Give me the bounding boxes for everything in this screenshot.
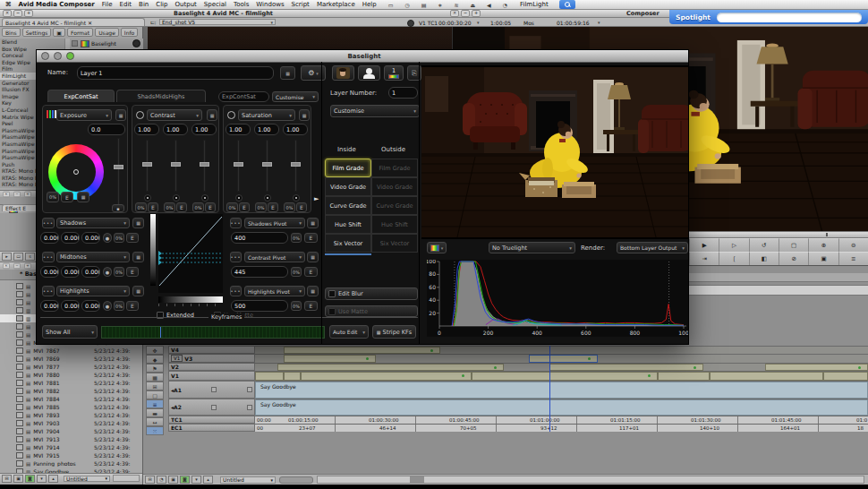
extended-checkbox[interactable]: Extended: [157, 310, 194, 320]
percent-button[interactable]: 0%: [47, 192, 59, 202]
midtones-value-b[interactable]: 0.000: [81, 266, 100, 278]
contrast-menu[interactable]: Contrast: [147, 109, 202, 121]
delete-icon[interactable]: ▦: [307, 286, 319, 296]
keyframe-track[interactable]: [101, 326, 325, 339]
track-header-EC1[interactable]: EC1: [168, 424, 255, 432]
radio-button[interactable]: [173, 194, 180, 202]
ganging-button[interactable]: ●: [103, 233, 112, 243]
close-icon[interactable]: ✕: [450, 10, 459, 17]
layer-name-input[interactable]: Layer 1: [77, 66, 274, 80]
grade-button-inside[interactable]: Video Grade: [325, 177, 371, 196]
track-V3[interactable]: MVI_7877End_shot_V5: [255, 354, 868, 363]
more-button[interactable]: •••: [42, 252, 55, 262]
close-icon[interactable]: ✕: [3, 263, 10, 269]
delete-icon[interactable]: ▦: [132, 286, 144, 296]
clip-Say Goodbye[interactable]: Say Goodbye: [255, 399, 868, 416]
checkbox[interactable]: [16, 299, 23, 305]
clip-MVI_7855[interactable]: MVI_7855: [255, 372, 284, 381]
video-quality-icon[interactable]: ▣: [168, 476, 178, 484]
exposure-slider-track[interactable]: [117, 138, 120, 206]
percent-button[interactable]: 0%: [255, 202, 267, 212]
clip-name[interactable]: Panning_photos: [33, 460, 94, 467]
menu-item[interactable]: Output: [175, 1, 197, 8]
exposure-value[interactable]: 0.0: [88, 124, 125, 135]
quad-split-button[interactable]: ◧: [749, 252, 779, 265]
grade-button-outside[interactable]: Six Vector: [371, 234, 418, 253]
delete-icon[interactable]: ▦: [299, 109, 310, 121]
round-button[interactable]: [132, 39, 140, 47]
stripe-kfs-button[interactable]: ▦Stripe KFs: [372, 325, 416, 339]
spotlight-icon[interactable]: [559, 0, 575, 9]
zoom-in-button[interactable]: ⊕: [808, 238, 838, 252]
checkbox[interactable]: [16, 452, 23, 459]
bin-row[interactable]: ▤ MVI_7884 5/23/12 4:39:: [0, 395, 143, 403]
palette-tab[interactable]: ▣: [53, 28, 65, 37]
contrast-value-g[interactable]: 1.00: [163, 124, 188, 135]
track-header-TC1[interactable]: TC1: [168, 416, 255, 424]
highlights-value-r[interactable]: 0.000: [40, 300, 59, 312]
checkbox[interactable]: [16, 291, 23, 297]
clip-Say Goodbye[interactable]: Say Goodbye: [255, 382, 868, 399]
track-header-V4[interactable]: V4: [168, 346, 255, 354]
timeline-button[interactable]: ≡: [838, 252, 868, 265]
checkbox[interactable]: [16, 315, 23, 322]
sort-up-icon[interactable]: ▴: [203, 476, 213, 484]
chevron-down-icon[interactable]: ▾: [598, 20, 600, 25]
grade-button-inside[interactable]: Curve Grade: [325, 196, 371, 215]
menu-item[interactable]: Tools: [234, 1, 249, 8]
shadows-value-g[interactable]: 0.000: [61, 232, 80, 244]
customise-small-menu[interactable]: Customise: [272, 91, 319, 102]
source-tracking-display[interactable]: V1 TC1: [419, 20, 438, 26]
loop-button[interactable]: ↺: [749, 238, 779, 252]
bin-row[interactable]: ▤ MVI_7914 5/23/12 4:39:: [0, 443, 143, 451]
track-header-V3[interactable]: V1V3: [168, 354, 255, 363]
percent-button[interactable]: 0%: [192, 202, 204, 212]
menu-item[interactable]: Marketplace: [317, 1, 355, 8]
timeline-playhead[interactable]: [549, 346, 550, 432]
slider-handle[interactable]: [234, 162, 243, 167]
checkbox[interactable]: [16, 436, 23, 442]
clip-Panning_photos[interactable]: Panning_photos: [823, 372, 868, 381]
track-header-A2[interactable]: ◂A2: [168, 399, 255, 416]
saturation-menu[interactable]: Saturation: [238, 109, 295, 121]
radio-button[interactable]: [235, 194, 243, 202]
slider-handle[interactable]: [200, 162, 209, 167]
keyframe-button[interactable]: Ε: [148, 202, 158, 212]
mute-button[interactable]: [211, 405, 217, 410]
track-header-V1[interactable]: V1: [168, 371, 255, 381]
position-indicator[interactable]: [826, 233, 828, 236]
bin-row[interactable]: ▤ MVI_7913 5/23/12 4:39:: [0, 435, 143, 443]
shadows-value-b[interactable]: 0.000: [81, 232, 100, 244]
radio-button[interactable]: [201, 194, 208, 202]
slider-handle[interactable]: [171, 162, 181, 167]
slider-handle[interactable]: [262, 162, 272, 167]
video-icon[interactable]: ▭: [388, 2, 394, 8]
menu-item[interactable]: Help: [362, 1, 377, 8]
shadows-pivot-menu[interactable]: Shadows Pivot: [244, 218, 305, 228]
keyframe-button[interactable]: Ε: [126, 233, 139, 243]
layer-thumbnail[interactable]: 1: [384, 65, 404, 81]
clip-MVI_7869[interactable]: MVI_7869: [277, 364, 504, 371]
checkbox[interactable]: [16, 460, 23, 467]
menu-item[interactable]: Edit: [120, 1, 132, 8]
ganging-button[interactable]: ●: [103, 267, 112, 277]
render-menu[interactable]: Bottom Layer Output: [617, 242, 688, 253]
mark-clip-button[interactable]: ▢: [779, 238, 808, 252]
highlights-pivot-value[interactable]: 500: [231, 300, 288, 312]
checkbox[interactable]: [16, 396, 23, 402]
keyframe-button[interactable]: Ε: [205, 202, 216, 212]
bin-row[interactable]: ▤ MVI_7915 5/23/12 4:39:: [0, 451, 143, 459]
palette-tab[interactable]: Bins: [2, 28, 21, 37]
percent-button[interactable]: 0%: [291, 267, 302, 277]
checkbox[interactable]: [16, 420, 23, 426]
checkbox[interactable]: [16, 444, 23, 450]
contrast-pivot-value[interactable]: 445: [231, 266, 288, 278]
bin-row[interactable]: ▤ MVI_7881 5/23/12 4:39:: [0, 379, 143, 387]
source-clip-menu[interactable]: End_shot V5▾: [159, 19, 276, 25]
timeline-scale-slider[interactable]: [279, 476, 313, 484]
track-button[interactable]: ◂A1: [171, 387, 182, 393]
app-menu[interactable]: Avid Media Composer: [19, 1, 95, 8]
bin-row[interactable]: ▤ MVI_7880 5/23/12 4:39:: [0, 371, 143, 379]
tab-shadsmidshighs[interactable]: ShadsMidsHighs: [116, 90, 206, 102]
tone-curve-plot[interactable]: [158, 214, 223, 293]
